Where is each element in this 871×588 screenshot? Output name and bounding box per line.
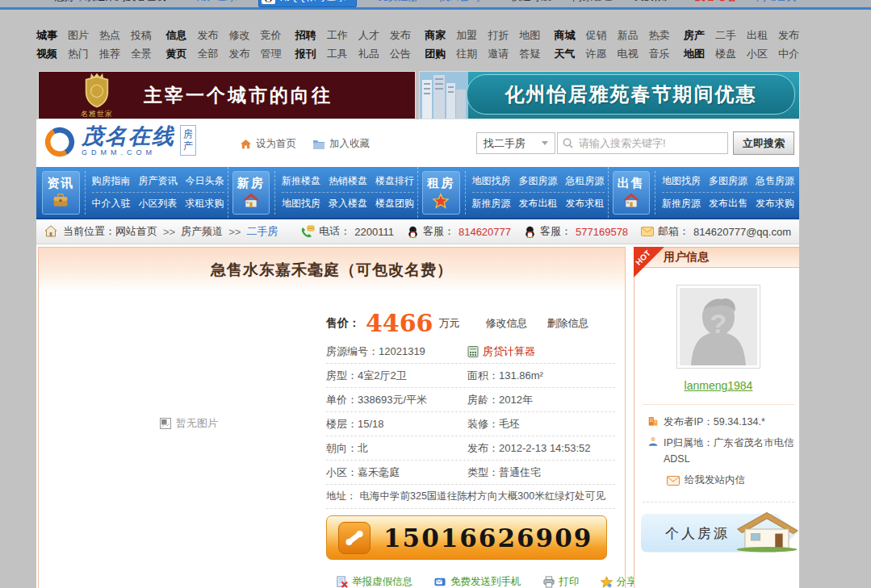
send-to-mobile-link[interactable]: 免费发送到手机 (433, 575, 521, 588)
nav-link[interactable]: 急售房源 (756, 174, 794, 188)
nav-link[interactable]: 地图找房 (662, 174, 701, 188)
username-link[interactable]: lanmeng1984 (634, 379, 799, 392)
nav-link[interactable]: 发布求购 (756, 197, 794, 211)
breadcrumb-current[interactable]: 二手房 (246, 224, 278, 239)
quicknav-link[interactable]: 管理 (260, 47, 281, 61)
nav-link[interactable]: 地图找房 (282, 197, 320, 211)
quicknav-head[interactable]: 团购 (425, 47, 446, 61)
nav-link[interactable]: 热销楼盘 (329, 174, 367, 188)
nav-category-newhouse[interactable]: 新房 (232, 171, 270, 215)
nav-link[interactable]: 购房指南 (92, 174, 131, 188)
nav-link[interactable]: 新推楼盘 (282, 174, 320, 188)
quicknav-head[interactable]: 商家 (425, 28, 446, 43)
forgot-password-link[interactable]: 找回密码 (439, 0, 479, 4)
nav-link[interactable]: 小区列表 (139, 197, 178, 211)
nav-link[interactable]: 房产资讯 (139, 174, 178, 188)
breadcrumb-channel[interactable]: 房产频道 (181, 224, 223, 239)
quicknav-link[interactable]: 出租 (747, 28, 768, 43)
quicknav-link[interactable]: 人才 (358, 28, 379, 43)
quicknav-link[interactable]: 公告 (390, 47, 411, 61)
share-link[interactable]: 分享 (601, 575, 637, 588)
quicknav-link[interactable]: 中介 (778, 47, 799, 61)
nav-link[interactable]: 地图找房 (472, 174, 511, 188)
nav-link[interactable]: 今日头条 (186, 174, 224, 188)
quicknav-head[interactable]: 视频 (36, 47, 57, 61)
nav-link[interactable]: 新推房源 (472, 197, 511, 211)
quicknav-link[interactable]: 热点 (99, 28, 120, 43)
nav-link[interactable]: 多图房源 (709, 174, 747, 188)
quicknav-link[interactable]: 热卖 (649, 28, 670, 43)
quicknav-link[interactable]: 发布 (778, 28, 799, 43)
quicknav-link[interactable]: 小区 (747, 47, 768, 61)
merchant-admin-link[interactable]: 商家管理 (572, 0, 613, 4)
quicknav-head[interactable]: 地图 (684, 47, 705, 61)
quicknav-link[interactable]: 打折 (488, 28, 509, 43)
nav-link[interactable]: 发布出售 (709, 197, 747, 211)
quicknav-link[interactable]: 发布 (390, 28, 411, 43)
quicknav-link[interactable]: 楼盘 (715, 47, 736, 61)
quicknav-link[interactable]: 加盟 (456, 28, 477, 43)
report-fake-link[interactable]: 举报虚假信息 (336, 575, 412, 588)
quicknav-link[interactable]: 地图 (519, 28, 540, 43)
nav-category-news[interactable]: 资讯 (42, 171, 80, 215)
qq2-number[interactable]: 577169578 (576, 226, 628, 238)
send-message-link[interactable]: 给我发站内信 (685, 473, 745, 488)
personal-listings-banner[interactable]: 个人房源 (641, 514, 798, 553)
quicknav-head[interactable]: 报刊 (295, 47, 316, 61)
quicknav-link[interactable]: 竞价 (260, 28, 281, 43)
nav-link[interactable]: 中介入驻 (92, 197, 131, 211)
search-input[interactable] (557, 132, 728, 154)
site-home-link[interactable]: 网站首页 (756, 0, 797, 4)
mortgage-calculator-link[interactable]: 房贷计算器 (483, 344, 535, 359)
quicknav-link[interactable]: 促销 (586, 28, 607, 43)
quicknav-link[interactable]: 新品 (618, 28, 639, 43)
quicknav-link[interactable]: 音乐 (649, 47, 670, 61)
nav-link[interactable]: 发布出租 (519, 197, 558, 211)
quicknav-head[interactable]: 黄页 (165, 47, 186, 61)
quicknav-head[interactable]: 招聘 (295, 28, 316, 43)
quicknav-link[interactable]: 全部 (197, 47, 218, 61)
nav-link[interactable]: 求租求购 (186, 197, 224, 211)
nav-link[interactable]: 多图房源 (519, 174, 558, 188)
site-logo[interactable]: 茂名在线 GDMM.COM 房产 (43, 125, 196, 159)
quicknav-link[interactable]: 工具 (327, 47, 348, 61)
quicknav-link[interactable]: 推荐 (99, 47, 120, 61)
quicknav-link[interactable]: 修改 (228, 28, 249, 43)
nav-link[interactable]: 发布求租 (566, 197, 605, 211)
quicknav-head[interactable]: 房产 (684, 28, 705, 43)
quicknav-link[interactable]: 邀请 (488, 47, 509, 61)
quicknav-link[interactable]: 答疑 (519, 47, 540, 61)
quicknav-link[interactable]: 工作 (327, 28, 348, 43)
quicknav-link[interactable]: 全景 (131, 47, 152, 61)
quicknav-link[interactable]: 发布 (228, 47, 249, 61)
delete-info-link[interactable]: 删除信息 (547, 316, 589, 331)
quick-nav-link[interactable]: 快速导航 (511, 0, 551, 4)
quicknav-link[interactable]: 发布 (197, 28, 218, 43)
ad-banner-right[interactable]: 化州怡居雅苑春节期间优惠 (419, 71, 800, 119)
quicknav-link[interactable]: 图片 (68, 28, 89, 43)
add-favorite-link[interactable]: 加入收藏 (312, 137, 370, 151)
ad-banner-left[interactable]: 名雅世家 主宰一个城市的向往 (38, 71, 416, 119)
nav-link[interactable]: 楼盘排行 (375, 174, 414, 188)
quicknav-link[interactable]: 往期 (456, 47, 477, 61)
set-homepage-link[interactable]: 设为首页 (240, 137, 296, 151)
quicknav-link[interactable]: 投稿 (131, 28, 152, 43)
quicknav-head[interactable]: 城事 (36, 28, 57, 43)
nav-link[interactable]: 录入楼盘 (329, 197, 367, 211)
nav-link[interactable]: 楼盘团购 (375, 197, 414, 211)
search-button[interactable]: 立即搜索 (733, 131, 794, 155)
call-phone-button[interactable]: 15016626909 (326, 515, 607, 560)
nav-category-sell[interactable]: 出售 (613, 171, 651, 215)
login-link[interactable]: 用户登录 (197, 0, 237, 4)
quicknav-link[interactable]: 热门 (68, 47, 89, 61)
quicknav-link[interactable]: 礼品 (358, 47, 379, 61)
quicknav-head[interactable]: 信息 (165, 28, 186, 43)
breadcrumb-home[interactable]: 网站首页 (115, 224, 157, 239)
register-link[interactable]: 免费注册 (378, 0, 418, 4)
my-account-link[interactable]: 我的帐户 (634, 0, 674, 4)
qq-login-button[interactable]: 用QQ帐号登录 (258, 0, 357, 7)
search-category-select[interactable]: 找二手房 (476, 132, 555, 154)
edit-info-link[interactable]: 修改信息 (486, 316, 528, 331)
forum-link[interactable]: 茂名论坛 (695, 0, 735, 4)
quicknav-link[interactable]: 二手 (715, 28, 736, 43)
